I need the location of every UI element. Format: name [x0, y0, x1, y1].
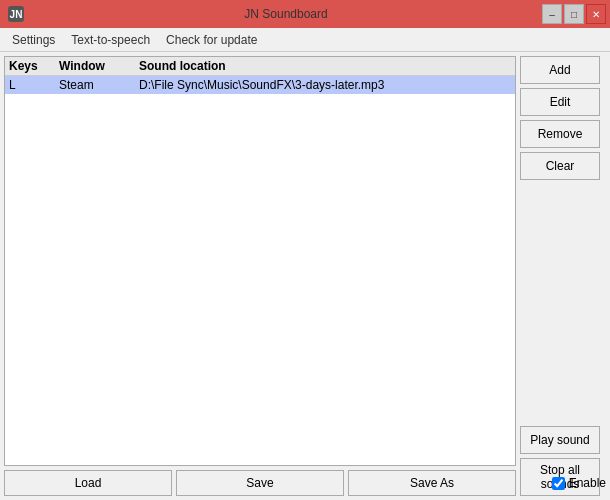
close-button[interactable]: ✕: [586, 4, 606, 24]
cell-window: Steam: [59, 78, 139, 92]
header-location: Sound location: [139, 59, 511, 73]
menu-update[interactable]: Check for update: [158, 31, 265, 49]
title-bar-title: JN Soundboard: [30, 7, 542, 21]
cell-keys: L: [9, 78, 59, 92]
edit-button[interactable]: Edit: [520, 88, 600, 116]
right-buttons: Add Edit Remove Clear Play sound Stop al…: [520, 52, 610, 500]
main-enable-label: Enable: [569, 476, 606, 490]
menu-bar: Settings Text-to-speech Check for update: [0, 28, 610, 52]
add-button[interactable]: Add: [520, 56, 600, 84]
sound-table: Keys Window Sound location L Steam D:\Fi…: [4, 56, 516, 466]
table-area: Keys Window Sound location L Steam D:\Fi…: [0, 52, 520, 500]
remove-button[interactable]: Remove: [520, 120, 600, 148]
menu-tts[interactable]: Text-to-speech: [63, 31, 158, 49]
app-icon: JN: [8, 6, 24, 22]
main-enable-checkbox[interactable]: [552, 477, 565, 490]
title-bar: JN JN Soundboard – □ ✕: [0, 0, 610, 28]
load-save-row: Load Save Save As: [4, 466, 516, 500]
spacer: [520, 184, 606, 422]
cell-location: D:\File Sync\Music\SoundFX\3-days-later.…: [139, 78, 511, 92]
header-keys: Keys: [9, 59, 59, 73]
table-row[interactable]: L Steam D:\File Sync\Music\SoundFX\3-day…: [5, 76, 515, 94]
clear-button[interactable]: Clear: [520, 152, 600, 180]
main-enable-area: Enable: [552, 476, 606, 490]
content-area: Keys Window Sound location L Steam D:\Fi…: [0, 52, 610, 500]
maximize-button[interactable]: □: [564, 4, 584, 24]
window-controls: – □ ✕: [542, 4, 606, 24]
table-header: Keys Window Sound location: [5, 57, 515, 76]
save-as-button[interactable]: Save As: [348, 470, 516, 496]
play-sound-button[interactable]: Play sound: [520, 426, 600, 454]
minimize-button[interactable]: –: [542, 4, 562, 24]
menu-settings[interactable]: Settings: [4, 31, 63, 49]
save-button[interactable]: Save: [176, 470, 344, 496]
app-window: JN JN Soundboard – □ ✕ Settings Text-to-…: [0, 0, 610, 500]
load-button[interactable]: Load: [4, 470, 172, 496]
header-window: Window: [59, 59, 139, 73]
